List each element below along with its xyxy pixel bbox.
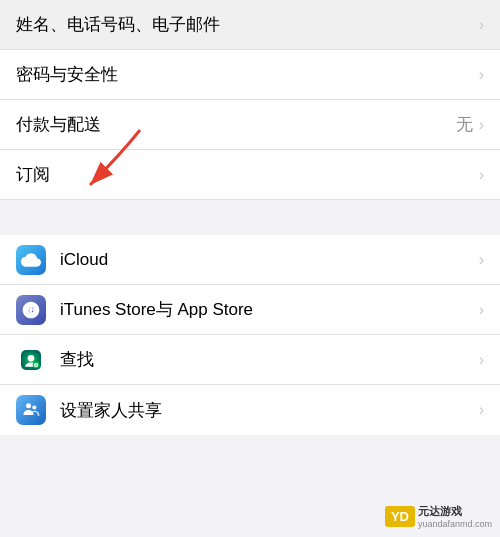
item-label-family: 设置家人共享 xyxy=(60,399,479,422)
appstore-icon xyxy=(16,295,46,325)
settings-group-2: iCloud › iTunes Store与 App Store › xyxy=(0,235,500,435)
item-label-find: 查找 xyxy=(60,348,479,371)
chevron-icon-subscription: › xyxy=(479,166,484,184)
watermark-url-text: yuandafanmd.com xyxy=(418,519,492,529)
chevron-icon-payment: › xyxy=(479,116,484,134)
watermark-yd: YD xyxy=(391,509,409,524)
icloud-icon xyxy=(16,245,46,275)
settings-item-find[interactable]: 查找 › xyxy=(0,335,500,385)
chevron-icon-icloud: › xyxy=(479,251,484,269)
settings-item-icloud[interactable]: iCloud › xyxy=(0,235,500,285)
settings-item-appstore[interactable]: iTunes Store与 App Store › xyxy=(0,285,500,335)
svg-point-3 xyxy=(28,355,35,362)
item-label-name: 姓名、电话号码、电子邮件 xyxy=(16,13,479,36)
settings-page: 姓名、电话号码、电子邮件 › 密码与安全性 › 付款与配送 无 › 订阅 › xyxy=(0,0,500,435)
watermark: YD 元达游戏 yuandafanmd.com xyxy=(385,504,492,529)
svg-point-7 xyxy=(26,403,31,408)
item-label-password: 密码与安全性 xyxy=(16,63,479,86)
settings-group-1: 姓名、电话号码、电子邮件 › 密码与安全性 › 付款与配送 无 › 订阅 › xyxy=(0,0,500,200)
chevron-icon-family: › xyxy=(479,401,484,419)
watermark-brand-text: 元达游戏 xyxy=(418,504,492,519)
svg-point-6 xyxy=(35,364,37,366)
settings-item-payment[interactable]: 付款与配送 无 › xyxy=(0,100,500,150)
item-label-payment: 付款与配送 xyxy=(16,113,456,136)
watermark-logo: YD xyxy=(385,506,415,527)
item-label-subscription: 订阅 xyxy=(16,163,479,186)
item-value-payment: 无 xyxy=(456,113,473,136)
item-label-icloud: iCloud xyxy=(60,250,479,270)
item-label-appstore: iTunes Store与 App Store xyxy=(60,298,479,321)
family-icon xyxy=(16,395,46,425)
settings-item-subscription[interactable]: 订阅 › xyxy=(0,150,500,200)
settings-item-name[interactable]: 姓名、电话号码、电子邮件 › xyxy=(0,0,500,50)
chevron-icon-name: › xyxy=(479,16,484,34)
settings-item-family[interactable]: 设置家人共享 › xyxy=(0,385,500,435)
watermark-brand: 元达游戏 yuandafanmd.com xyxy=(418,504,492,529)
chevron-icon-password: › xyxy=(479,66,484,84)
settings-item-password[interactable]: 密码与安全性 › xyxy=(0,50,500,100)
chevron-icon-find: › xyxy=(479,351,484,369)
group-separator xyxy=(0,200,500,235)
find-icon xyxy=(16,345,46,375)
svg-point-8 xyxy=(32,405,36,409)
chevron-icon-appstore: › xyxy=(479,301,484,319)
